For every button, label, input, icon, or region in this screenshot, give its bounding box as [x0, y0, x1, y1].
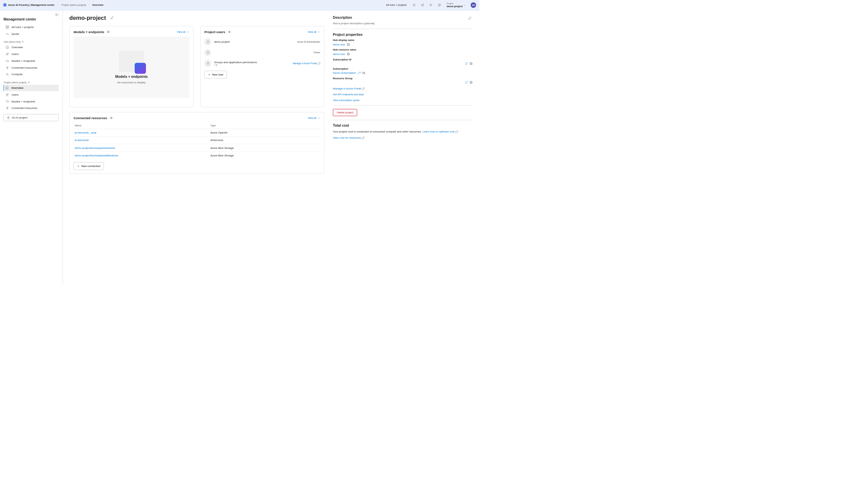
card-title: Models + endpoints [73, 30, 104, 34]
edit-description-button[interactable] [467, 16, 472, 21]
prop-label: Hub resource name [333, 48, 472, 51]
manage-portal-link[interactable]: Manage in Azure Portal [333, 87, 472, 90]
copy-icon[interactable] [347, 43, 350, 46]
external-link-icon [362, 87, 364, 90]
page-title: demo-project [69, 15, 106, 22]
resource-link[interactable]: demo-project/workspaceblobstore [75, 146, 116, 150]
resource-type: Azure OpenAI [209, 129, 320, 136]
resource-link[interactable]: demo-project/workspaceartifactstore [75, 154, 118, 157]
view-all-users-link[interactable]: View all→ [308, 30, 320, 33]
project-switcher[interactable]: Project demo-project ⌄ [447, 2, 466, 8]
models-endpoints-card: Models + endpoints 0 View all→ Models + … [69, 26, 194, 107]
view-quota-link[interactable]: View subscription quota [333, 99, 472, 102]
header: Azure AI Foundry | Management center / P… [0, 0, 480, 11]
external-link-icon[interactable] [465, 81, 468, 84]
project-switcher-label: Project [447, 2, 462, 5]
hub-resource-link[interactable]: demo-hub [333, 53, 345, 56]
sidebar-item-hub-models[interactable]: Models + endpoints [3, 58, 59, 64]
sidebar-item-hub-compute[interactable]: Compute [3, 71, 59, 78]
plus-icon: ＋ [208, 73, 211, 77]
external-link-icon [362, 137, 364, 139]
col-type[interactable]: Type [209, 123, 320, 129]
copy-icon[interactable] [347, 53, 350, 55]
sidebar-item-hub-users[interactable]: Users [3, 51, 59, 57]
user-role: Azure AI Administrator [297, 41, 320, 43]
edit-title-button[interactable] [109, 15, 114, 21]
sidebar-group-hub[interactable]: Hub (demo-hub) ⇅ [4, 41, 59, 43]
get-endpoints-link[interactable]: Get API endpoints and keys [333, 93, 472, 96]
project-users-card: Project users 3 View all→ demo-project A… [200, 26, 325, 107]
delete-project-button[interactable]: Delete project [333, 109, 357, 116]
count-badge: 0 [106, 30, 111, 33]
notifications-icon[interactable] [411, 2, 417, 8]
count-badge: 4 [109, 116, 113, 119]
resource-type: AIServices [209, 136, 320, 144]
arrow-right-icon: → [318, 30, 320, 33]
settings-icon[interactable] [428, 2, 434, 8]
external-link-icon[interactable] [358, 72, 361, 74]
copy-icon[interactable] [362, 72, 365, 74]
sidebar-item-proj-users[interactable]: Users [3, 92, 59, 98]
users-icon [6, 53, 9, 56]
sidebar-collapse-button[interactable]: ⇤ [55, 13, 59, 16]
main-content: demo-project Models + endpoints 0 View a… [63, 11, 331, 285]
nav-label: Users [12, 93, 19, 96]
external-link-icon[interactable] [465, 62, 468, 65]
user-sub: + 2 [214, 64, 290, 66]
user-avatar-icon [204, 38, 211, 45]
cloud-icon [6, 59, 9, 62]
brand-logo-icon [3, 3, 6, 6]
grid-icon [6, 26, 9, 29]
resource-type: Azure Blob Storage [209, 152, 320, 159]
resource-link[interactable]: ai-demohub [75, 139, 89, 142]
learn-optimize-cost-link[interactable]: Learn how to optimize cost [422, 130, 458, 134]
breadcrumb-sep: / [58, 3, 59, 6]
sidebar-item-proj-models[interactable]: Models + endpoints [3, 98, 59, 104]
info-icon [6, 46, 9, 49]
nav-label: Overview [12, 46, 23, 49]
arrow-right-icon: → [187, 30, 189, 33]
sidebar-item-hub-overview[interactable]: Overview [3, 44, 59, 51]
sidebar-item-hub-connected[interactable]: Connected resources [3, 64, 59, 71]
user-avatar-icon [204, 60, 211, 67]
breadcrumb-project[interactable]: Project (demo-project) [62, 3, 86, 6]
brand[interactable]: Azure AI Foundry | Management center [3, 3, 54, 6]
description-placeholder[interactable]: Add a project description (optional) [333, 22, 472, 25]
user-row: Owner [204, 47, 320, 58]
copy-icon[interactable] [470, 81, 472, 84]
new-user-button[interactable]: ＋ New user [204, 71, 227, 79]
table-row: demo-project/workspaceartifactstore Azur… [73, 152, 320, 159]
copy-icon[interactable] [470, 62, 472, 65]
users-icon [6, 93, 9, 96]
view-all-models-link[interactable]: View all→ [177, 30, 189, 33]
count-badge: 3 [227, 30, 231, 33]
info-icon [5, 86, 9, 89]
exit-icon [6, 116, 10, 119]
feedback-icon[interactable] [436, 2, 443, 8]
view-all-connected-link[interactable]: View all→ [308, 116, 320, 120]
sidebar-item-all-hubs[interactable]: All hubs + projects [3, 24, 59, 30]
view-cost-link[interactable]: View cost for resources [333, 136, 364, 139]
new-connection-button[interactable]: ＋ New connection [73, 162, 104, 170]
resource-link[interactable]: ai-demohub _aoai [75, 131, 96, 134]
avatar[interactable]: MD [471, 2, 476, 8]
divider [333, 29, 472, 29]
sidebar-group-project[interactable]: Project (demo-project) ⇅ [4, 81, 59, 84]
announcements-icon[interactable] [419, 2, 426, 8]
subscription-link[interactable]: Demo-Subscription [333, 71, 356, 74]
manage-azure-portal-link[interactable]: Manage in Azure Portal [293, 62, 320, 65]
go-to-project-button[interactable]: Go to project [3, 114, 59, 121]
chevron-down-icon: ⌄ [464, 4, 466, 6]
sidebar-item-quota[interactable]: Quota [3, 30, 59, 37]
sidebar-item-proj-overview[interactable]: Overview [3, 85, 59, 91]
scope-selector[interactable]: All hubs + projects [386, 3, 407, 6]
breadcrumb-overview[interactable]: Overview [92, 3, 104, 6]
plug-icon [6, 107, 9, 110]
sidebar-item-proj-connected[interactable]: Connected resources [3, 105, 59, 111]
breadcrumb: / Project (demo-project) / Overview [58, 3, 104, 6]
description-title: Description [333, 16, 352, 19]
hub-display-link[interactable]: demo-hub [333, 43, 345, 46]
prop-label: Subscription [333, 67, 472, 70]
project-switcher-value: demo-project [447, 5, 462, 8]
col-name[interactable]: Name [73, 123, 209, 129]
